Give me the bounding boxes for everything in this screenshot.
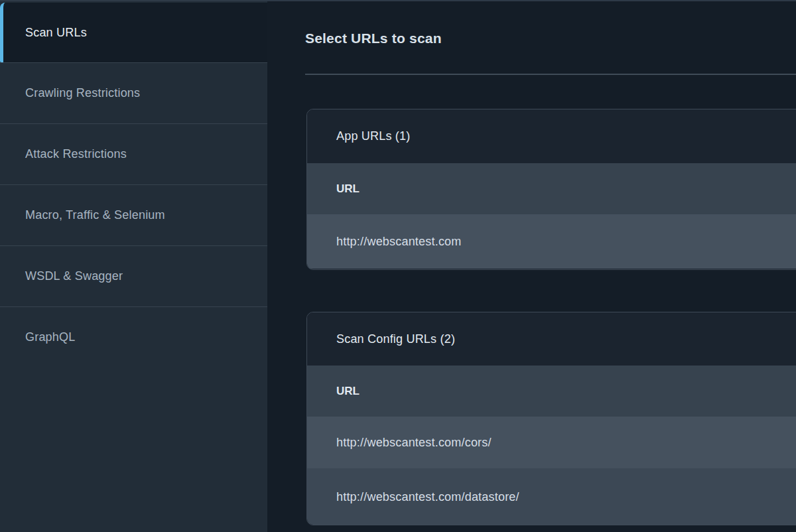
sidebar-item-attack-restrictions[interactable]: Attack Restrictions [0, 123, 267, 184]
table-row[interactable]: http://webscantest.com/datastore/ [307, 468, 796, 525]
card-title: Scan Config URLs (2) [336, 332, 455, 346]
table-row[interactable]: http://webscantest.com/cors/ [307, 417, 796, 468]
sidebar-item-wsdl-swagger[interactable]: WSDL & Swagger [0, 245, 267, 306]
heading-divider [305, 74, 796, 75]
sidebar-item-label: GraphQL [25, 330, 75, 344]
page-title: Select URLs to scan [305, 31, 442, 46]
sidebar-item-macro-traffic-selenium[interactable]: Macro, Traffic & Selenium [0, 184, 267, 245]
sidebar-item-scan-urls[interactable]: Scan URLs [0, 3, 267, 62]
main-content: Select URLs to scan App URLs (1) URL htt… [267, 0, 796, 532]
card-title-row: Scan Config URLs (2) [307, 312, 796, 366]
table-header-row: URL [307, 366, 796, 417]
card-title: App URLs (1) [336, 129, 410, 143]
app-urls-card: App URLs (1) URL http://webscantest.com [306, 109, 796, 270]
sidebar-item-label: Crawling Restrictions [25, 86, 140, 100]
sidebar-item-label: Attack Restrictions [25, 147, 127, 161]
card-title-row: App URLs (1) [307, 109, 796, 163]
sidebar-item-crawling-restrictions[interactable]: Crawling Restrictions [0, 62, 267, 123]
scan-settings-page: Scan URLs Crawling Restrictions Attack R… [0, 0, 796, 532]
top-border-line [0, 0, 796, 1]
sidebar-item-label: Scan URLs [25, 26, 87, 40]
column-header-url: URL [336, 182, 360, 196]
url-cell: http://webscantest.com/cors/ [336, 436, 492, 450]
url-cell: http://webscantest.com/datastore/ [336, 490, 519, 504]
table-header-row: URL [307, 163, 796, 214]
scan-config-urls-card: Scan Config URLs (2) URL http://webscant… [306, 312, 796, 525]
url-cell: http://webscantest.com [336, 235, 462, 249]
column-header-url: URL [336, 385, 360, 398]
sidebar-item-label: Macro, Traffic & Selenium [25, 208, 165, 222]
table-row[interactable]: http://webscantest.com [307, 214, 796, 269]
sidebar-item-label: WSDL & Swagger [25, 269, 123, 283]
settings-sidebar: Scan URLs Crawling Restrictions Attack R… [0, 0, 267, 532]
sidebar-item-graphql[interactable]: GraphQL [0, 306, 267, 367]
